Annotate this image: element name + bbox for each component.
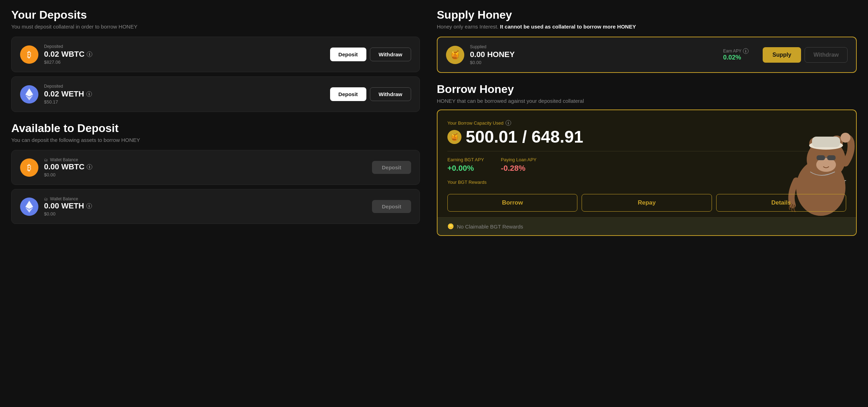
wbtc-deposit-label: Deposited — [44, 44, 324, 49]
honey-icon: 🍯 — [446, 46, 464, 64]
earn-apy-value: 0.02% — [723, 54, 749, 61]
supplied-amount: 0.00 HONEY — [470, 50, 718, 59]
borrow-card: Your Borrow Capacity Used ℹ 🍯 500.01 / 6… — [437, 109, 857, 236]
bgt-rewards-row: Your BGT Rewards 🪙 0 BGT — [447, 179, 846, 186]
supplied-label: Supplied — [470, 44, 718, 49]
weth-available-actions: Deposit — [372, 200, 411, 213]
earning-bgt-value: +0.00% — [447, 164, 484, 173]
btc-icon: ₿ — [20, 45, 38, 64]
weth-available-info-icon[interactable]: ℹ — [86, 203, 92, 209]
weth-available-usd: $0.00 — [44, 211, 366, 217]
no-bgt-label: No Claimable BGT Rewards — [457, 224, 523, 230]
left-panel: Your Deposits You must deposit collatera… — [11, 8, 434, 399]
weth-available-amount: 0.00 WETH ℹ — [44, 201, 366, 211]
supplied-usd: $0.00 — [470, 60, 718, 65]
wbtc-deposit-usd: $827.06 — [44, 60, 324, 65]
eth-available-icon — [20, 198, 38, 216]
wbtc-available-deposit-button[interactable]: Deposit — [372, 161, 411, 174]
paying-loan-value: -0.28% — [501, 164, 537, 173]
details-button[interactable]: Details — [716, 194, 846, 212]
no-bgt-banner: 🪙 No Claimable BGT Rewards — [438, 217, 856, 235]
supply-honey-section: Supply Honey Honey only earns Interest. … — [437, 8, 857, 73]
bgt-banner-icon: 🪙 — [447, 223, 454, 230]
supply-actions: Supply Withdraw — [763, 47, 848, 63]
earn-apy-label: Earn APY ℹ — [723, 48, 749, 54]
eth-icon — [20, 85, 38, 104]
borrow-amount-row: 🍯 500.01 / 648.91 — [447, 129, 846, 145]
wbtc-available-actions: Deposit — [372, 161, 411, 174]
weth-deposit-button[interactable]: Deposit — [330, 87, 366, 101]
bgt-coin-icon: 🪙 — [823, 179, 830, 186]
weth-available-card: 🗂 Wallet Balance 0.00 WETH ℹ $0.00 Depos… — [11, 189, 420, 224]
weth-available-info: 🗂 Wallet Balance 0.00 WETH ℹ $0.00 — [44, 196, 366, 217]
supply-info: Supplied 0.00 HONEY $0.00 — [470, 44, 718, 65]
borrow-divider — [447, 151, 846, 151]
weth-deposit-info: Deposited 0.02 WETH ℹ $50.17 — [44, 84, 324, 105]
supply-withdraw-button[interactable]: Withdraw — [805, 47, 848, 63]
available-to-deposit-section: Available to Deposit You can deposit the… — [11, 122, 420, 224]
earning-bgt-apy: Earning BGT APY +0.00% — [447, 157, 484, 173]
borrow-amount-display: 500.01 / 648.91 — [466, 129, 583, 145]
weth-wallet-label: 🗂 Wallet Balance — [44, 196, 366, 201]
earning-bgt-label: Earning BGT APY — [447, 157, 484, 162]
wbtc-deposit-button[interactable]: Deposit — [330, 48, 366, 61]
wbtc-available-usd: $0.00 — [44, 172, 366, 177]
earn-apy-info-icon[interactable]: ℹ — [743, 48, 749, 54]
available-subtitle: You can deposit the following assets to … — [11, 137, 420, 143]
wbtc-deposit-amount: 0.02 WBTC ℹ — [44, 50, 324, 59]
weth-withdraw-button[interactable]: Withdraw — [370, 87, 411, 101]
weth-deposit-usd: $50.17 — [44, 99, 324, 105]
weth-deposit-card: Deposited 0.02 WETH ℹ $50.17 Deposit Wit… — [11, 76, 420, 112]
borrow-honey-section: Borrow Honey HONEY that can be borrowed … — [437, 83, 857, 236]
right-panel: Supply Honey Honey only earns Interest. … — [434, 8, 857, 399]
weth-deposit-label: Deposited — [44, 84, 324, 89]
borrow-title: Borrow Honey — [437, 83, 857, 96]
wbtc-info-icon[interactable]: ℹ — [87, 51, 92, 57]
weth-available-deposit-button[interactable]: Deposit — [372, 200, 411, 213]
borrow-capacity-label: Your Borrow Capacity Used ℹ — [447, 120, 846, 126]
btc-available-icon: ₿ — [20, 158, 38, 177]
available-title: Available to Deposit — [11, 122, 420, 135]
borrow-capacity-info-icon[interactable]: ℹ — [506, 120, 511, 126]
bgt-rewards-label: Your BGT Rewards — [447, 180, 486, 185]
weth-deposit-amount: 0.02 WETH ℹ — [44, 89, 324, 99]
paying-loan-label: Paying Loan APY — [501, 157, 537, 162]
earn-apy-container: Earn APY ℹ 0.02% — [723, 48, 749, 61]
wbtc-available-info-icon[interactable]: ℹ — [87, 164, 92, 170]
supply-subtitle: Honey only earns Interest. It cannot be … — [437, 24, 857, 30]
wbtc-deposit-card: ₿ Deposited 0.02 WBTC ℹ $827.06 Deposit … — [11, 37, 420, 72]
deposits-subtitle: You must deposit collateral in order to … — [11, 24, 420, 30]
weth-deposit-actions: Deposit Withdraw — [330, 87, 411, 101]
repay-button[interactable]: Repay — [582, 194, 712, 212]
paying-loan-apy: Paying Loan APY -0.28% — [501, 157, 537, 173]
weth-info-icon[interactable]: ℹ — [86, 91, 92, 97]
wbtc-withdraw-button[interactable]: Withdraw — [370, 48, 411, 61]
wbtc-deposit-actions: Deposit Withdraw — [330, 48, 411, 61]
bgt-rewards-value: 🪙 0 BGT — [823, 179, 846, 186]
wbtc-available-info: 🗂 Wallet Balance 0.00 WBTC ℹ $0.00 — [44, 157, 366, 177]
borrow-stats-row: Earning BGT APY +0.00% Paying Loan APY -… — [447, 157, 846, 173]
borrow-button[interactable]: Borrow — [447, 194, 577, 212]
your-deposits-section: Your Deposits You must deposit collatera… — [11, 8, 420, 112]
supply-card: 🍯 Supplied 0.00 HONEY $0.00 Earn APY ℹ 0… — [437, 37, 857, 73]
supply-button[interactable]: Supply — [763, 47, 801, 63]
wbtc-wallet-label: 🗂 Wallet Balance — [44, 157, 366, 162]
honey-coin-icon: 🍯 — [447, 130, 461, 144]
borrow-subtitle: HONEY that can be borrowed against your … — [437, 98, 857, 104]
supply-title: Supply Honey — [437, 8, 857, 21]
wbtc-available-card: ₿ 🗂 Wallet Balance 0.00 WBTC ℹ $0.00 Dep… — [11, 150, 420, 185]
wbtc-available-amount: 0.00 WBTC ℹ — [44, 162, 366, 171]
deposits-title: Your Deposits — [11, 8, 420, 21]
wbtc-deposit-info: Deposited 0.02 WBTC ℹ $827.06 — [44, 44, 324, 65]
borrow-action-buttons: Borrow Repay Details — [447, 194, 846, 212]
